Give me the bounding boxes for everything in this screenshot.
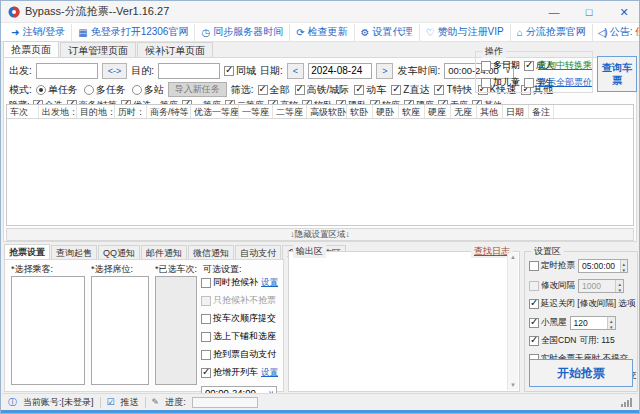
table-column-header[interactable]: 出发地： <box>39 105 77 118</box>
seat-listbox[interactable] <box>91 276 149 385</box>
table-column-header[interactable]: 无座 <box>451 105 477 118</box>
table-column-header[interactable]: 一等座 <box>239 105 273 118</box>
option-checkbox[interactable]: 抢到票自动支付 <box>201 348 276 361</box>
train-type-checkbox[interactable]: 全部 <box>258 83 290 97</box>
table-column-header[interactable]: 优选一等座 <box>191 105 239 118</box>
checkbox-icon <box>434 85 444 95</box>
query-ticket-button[interactable]: 查询车票 <box>597 56 637 92</box>
table-column-label: 历时： <box>118 107 145 117</box>
passenger-listbox[interactable] <box>11 276 85 385</box>
train-type-checkbox[interactable]: T特快 <box>434 83 472 97</box>
setting-row: 定时抢票 05:00:00 <box>529 259 634 273</box>
table-column-label: 软座 <box>402 107 420 117</box>
mode-radio[interactable]: 多站 <box>132 83 164 97</box>
option-checkbox[interactable]: 选上下铺和选座 <box>201 330 276 343</box>
setting-suffix: 可用: 115 <box>579 335 614 347</box>
minimize-button[interactable]: — <box>539 1 569 23</box>
swap-stations-button[interactable]: <-> <box>102 63 128 79</box>
setting-row: 小黑屋 120 <box>529 316 634 330</box>
next-date-button[interactable]: > <box>376 63 393 79</box>
logout-icon <box>11 27 19 38</box>
maximize-button[interactable]: □ <box>574 1 604 23</box>
option-checkbox[interactable]: 只抢候补不抢票 <box>201 294 276 307</box>
import-task-button[interactable]: 导入新任务 <box>168 82 227 97</box>
date-input[interactable] <box>308 63 372 79</box>
table-column-label: 目的地： <box>80 107 115 117</box>
option-checkbox[interactable]: 同时抢候补 <box>201 276 258 289</box>
table-column-header[interactable]: 备注 <box>529 105 554 118</box>
operation-checkbox[interactable]: 多日期 <box>481 59 520 72</box>
settings-tab[interactable]: 邮件通知 <box>141 245 187 259</box>
setting-spinner[interactable]: 120 <box>570 316 616 330</box>
toolbar-item[interactable]: 设置代理 <box>355 24 420 41</box>
toolbar-item[interactable]: 注销/登录 <box>5 24 72 41</box>
table-column-header[interactable]: 二等座 <box>273 105 307 118</box>
selected-train-listbox[interactable] <box>155 276 197 385</box>
table-column-header[interactable]: 硬卧 <box>373 105 399 118</box>
scroll-down-icon[interactable]: ▼ <box>508 381 518 390</box>
operation-checkbox[interactable]: 加儿童 <box>481 76 520 89</box>
toolbar-item[interactable]: 同步服务器时间 <box>195 24 290 41</box>
setting-checkbox[interactable]: 定时抢票 <box>529 260 575 272</box>
table-column-label: 优选一等座 <box>194 107 239 117</box>
hide-settings-bar[interactable]: ↓隐藏设置区域↓ <box>6 228 634 241</box>
table-column-header[interactable]: 商务/特等 <box>147 105 191 118</box>
main-tab[interactable]: 订单管理页面 <box>60 42 136 57</box>
setting-checkbox[interactable]: 延迟关闭 [修改间隔] 选项 <box>529 298 635 310</box>
train-type-checkbox[interactable]: Z直达 <box>391 83 429 97</box>
table-column-header[interactable]: 历时： <box>115 105 147 118</box>
table-column-header[interactable]: 软座 <box>399 105 425 118</box>
settings-tab[interactable]: QQ通知 <box>98 245 140 259</box>
setting-checkbox[interactable]: 小黑屋 <box>529 317 567 329</box>
to-input[interactable] <box>158 63 220 79</box>
push-label[interactable]: 推送 <box>121 396 139 409</box>
main-tab[interactable]: 抢票页面 <box>3 41 59 57</box>
same-city-checkbox[interactable]: 同城 <box>224 64 256 78</box>
toolbar-item[interactable]: 分流抢票官网 <box>511 24 593 41</box>
settings-tab[interactable]: 微信通知 <box>188 245 234 259</box>
output-scrollbar[interactable]: ▲▼ <box>507 253 518 390</box>
option-settings-link[interactable]: 设置 <box>261 367 278 379</box>
setting-checkbox[interactable]: 修改间隔 <box>529 280 575 292</box>
table-column-header[interactable]: 其他 <box>477 105 503 118</box>
mode-radio[interactable]: 多任务 <box>84 83 126 97</box>
toolbar-item[interactable]: 免登录打开12306官网 <box>72 24 195 41</box>
mode-radio[interactable]: 单任务 <box>36 83 78 97</box>
main-tab[interactable]: 候补订单页面 <box>137 42 213 57</box>
all-price-link[interactable]: 显示全部票价 <box>538 76 592 89</box>
option-label: 按车次顺序提交 <box>213 312 276 325</box>
train-type-checkbox[interactable]: 动车 <box>354 83 386 97</box>
table-column-header[interactable]: 日期 <box>503 105 529 118</box>
toolbar-item[interactable]: 赞助与注册VIP <box>420 24 511 41</box>
option-checkbox[interactable]: 按车次顺序提交 <box>201 312 276 325</box>
setting-spinner[interactable]: 05:00:00 <box>578 259 628 273</box>
prev-date-button[interactable]: < <box>287 63 304 79</box>
settings-tab[interactable]: 自动支付 <box>235 245 281 259</box>
mode-radios: 单任务 多任务 多站 <box>36 83 164 97</box>
heart-icon <box>426 27 435 38</box>
checkbox-icon <box>201 368 211 378</box>
setting-spinner[interactable]: 1000 <box>578 279 624 293</box>
setting-checkbox[interactable]: 全国CDN <box>529 335 576 347</box>
scroll-up-icon[interactable]: ▲ <box>510 254 516 260</box>
option-label: 抢到票自动支付 <box>213 348 276 361</box>
table-column-header[interactable]: 硬座 <box>425 105 451 118</box>
from-input[interactable] <box>36 63 98 79</box>
settings-tab[interactable]: 抢票设置 <box>4 244 50 259</box>
toolbar-item[interactable]: 检查更新 <box>290 24 354 41</box>
table-column-header[interactable]: 高级软卧 <box>307 105 347 118</box>
close-button[interactable]: ✕ <box>609 1 639 23</box>
table-column-header[interactable]: 软卧 <box>347 105 373 118</box>
start-grab-button[interactable]: 开始抢票 <box>529 359 633 387</box>
settings-tab[interactable]: 查询起售 <box>51 245 97 259</box>
table-column-header[interactable]: 车次 <box>7 105 39 118</box>
announcement-label: 公告: <box>610 25 633 39</box>
table-column-header[interactable]: 目的地： <box>77 105 115 118</box>
results-table-body[interactable] <box>7 119 633 226</box>
train-type-checkbox[interactable]: 高铁/城际 <box>295 83 350 97</box>
transfer-query-link[interactable]: 查询中转换乘 <box>538 59 592 72</box>
settings-tab-label: 抢票设置 <box>9 247 45 257</box>
option-settings-link[interactable]: 设置 <box>261 277 278 289</box>
announcement: 公告: 使用12306app同时提交订单，建议分开账号！ <box>593 25 640 39</box>
option-checkbox[interactable]: 抢增开列车 <box>201 366 258 379</box>
